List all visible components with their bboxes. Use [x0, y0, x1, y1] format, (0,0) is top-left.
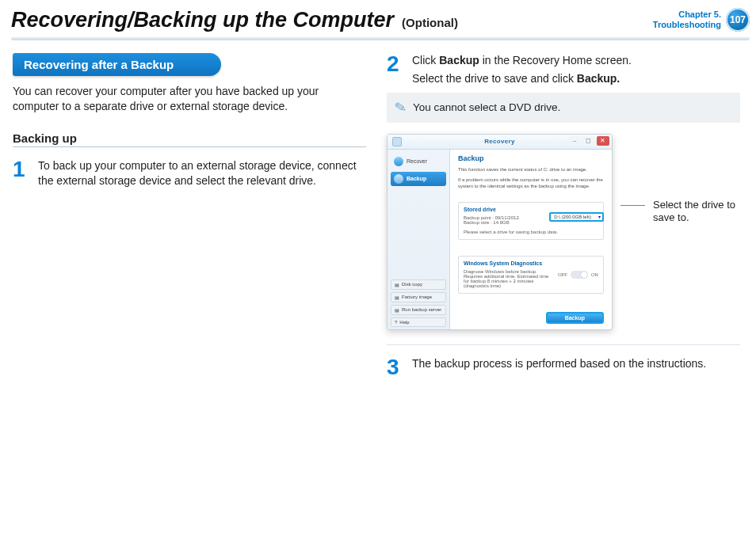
step-3: 3 The backup process is performed based … [387, 356, 740, 378]
toggle-switch-icon [571, 271, 588, 279]
panel-desc-2: If a problem occurs while the computer i… [458, 177, 604, 189]
minimize-button[interactable]: – [568, 136, 581, 146]
chapter-block: Chapter 5. Troubleshooting 107 [653, 8, 750, 32]
backup-button[interactable]: Backup [546, 312, 604, 324]
note-text: You cannot select a DVD drive. [413, 101, 560, 113]
step2-part-a: Click [412, 54, 439, 67]
callout-leader-line [620, 205, 645, 206]
left-column: Recovering after a Backup You can recove… [13, 53, 366, 378]
step-number-3: 3 [387, 356, 404, 378]
diagnostics-toggle[interactable]: OFF ON [558, 271, 598, 279]
sidebar-label-backup: Backup [407, 176, 426, 181]
callout-text: Select the drive to save to. [653, 199, 740, 225]
sidebar-btn-disk-copy[interactable]: ▤Disk copy [391, 279, 446, 290]
main-panel: Backup This function saves the current s… [450, 150, 612, 330]
sidebar-btn-help[interactable]: ?Help [391, 317, 446, 327]
intro-text: You can recover your computer after you … [13, 84, 366, 114]
window-titlebar: Recovery – ◻ ✕ [388, 135, 612, 150]
screenshot-with-callout: Recovery – ◻ ✕ Recover [387, 134, 740, 330]
content-columns: Recovering after a Backup You can recove… [0, 40, 756, 378]
step-2: 2 Click Backup in the Recovery Home scre… [387, 53, 740, 86]
close-button[interactable]: ✕ [597, 136, 609, 146]
step-1: 1 To back up your computer to an externa… [13, 158, 366, 188]
title-block: Recovering/Backing up the Computer (Opti… [11, 8, 458, 32]
step-3-text: The backup process is performed based on… [412, 356, 740, 378]
window-controls: – ◻ ✕ [568, 136, 609, 146]
chapter-label: Chapter 5. Troubleshooting [653, 10, 721, 29]
sidebar-label-recover: Recover [407, 158, 427, 164]
backup-icon [394, 174, 403, 184]
window-body: Recover Backup ▤Disk copy ▤Factory image… [388, 150, 612, 330]
step2-bold-backup: Backup [439, 54, 479, 67]
page-number-badge: 107 [726, 8, 750, 32]
note-box: ✎ You cannot select a DVD drive. [387, 93, 740, 123]
window-title: Recovery [484, 138, 514, 145]
diagnostics-title: Windows System Diagnostics [462, 260, 544, 266]
diagnostics-text: Diagnose Windows before backup. Requires… [464, 269, 553, 288]
subsection-heading: Backing up [13, 131, 366, 145]
sidebar: Recover Backup ▤Disk copy ▤Factory image… [388, 150, 450, 330]
drive-select-combo[interactable]: D:\ (200.0GB left) [549, 212, 604, 222]
sidebar-btn-factory-image[interactable]: ▤Factory image [391, 292, 446, 302]
step-number-2: 2 [387, 53, 404, 86]
step2-part-d: Select the drive to save and click [412, 72, 577, 85]
recover-icon [394, 157, 403, 166]
chapter-line-1: Chapter 5. [653, 10, 721, 20]
step-divider [387, 344, 740, 345]
toggle-off-label: OFF [558, 272, 567, 277]
step-number-1: 1 [13, 158, 30, 188]
section-heading-pill: Recovering after a Backup [13, 53, 221, 76]
note-icon: ✎ [393, 98, 408, 117]
step2-bold-backup2: Backup. [577, 72, 620, 85]
sidebar-btn-run-backup[interactable]: ▤Run backup server [391, 305, 446, 315]
step2-part-c: in the Recovery Home screen. [479, 54, 632, 67]
toggle-on-label: ON [591, 272, 598, 277]
sidebar-item-recover[interactable]: Recover [391, 154, 446, 169]
step-2-text: Click Backup in the Recovery Home screen… [412, 53, 740, 86]
recovery-app-screenshot: Recovery – ◻ ✕ Recover [387, 134, 613, 330]
page-title: Recovering/Backing up the Computer [11, 8, 394, 32]
sidebar-item-backup[interactable]: Backup [391, 172, 446, 186]
step-1-text: To back up your computer to an external … [38, 158, 366, 188]
panel-heading: Backup [458, 154, 604, 162]
panel-desc-1: This function saves the current status o… [458, 167, 604, 173]
select-drive-prompt: Please select a drive for saving backup … [464, 230, 598, 234]
page-subtitle: (Optional) [402, 16, 458, 29]
subsection-rule [13, 146, 366, 147]
diagnostics-group: Windows System Diagnostics Diagnose Wind… [458, 256, 604, 294]
window-icon [392, 137, 402, 146]
maximize-button[interactable]: ◻ [582, 136, 595, 146]
right-column: 2 Click Backup in the Recovery Home scre… [387, 53, 740, 378]
chapter-line-2: Troubleshooting [653, 20, 721, 30]
page-header: Recovering/Backing up the Computer (Opti… [0, 0, 756, 32]
stored-drive-title: Stored drive [462, 207, 498, 212]
